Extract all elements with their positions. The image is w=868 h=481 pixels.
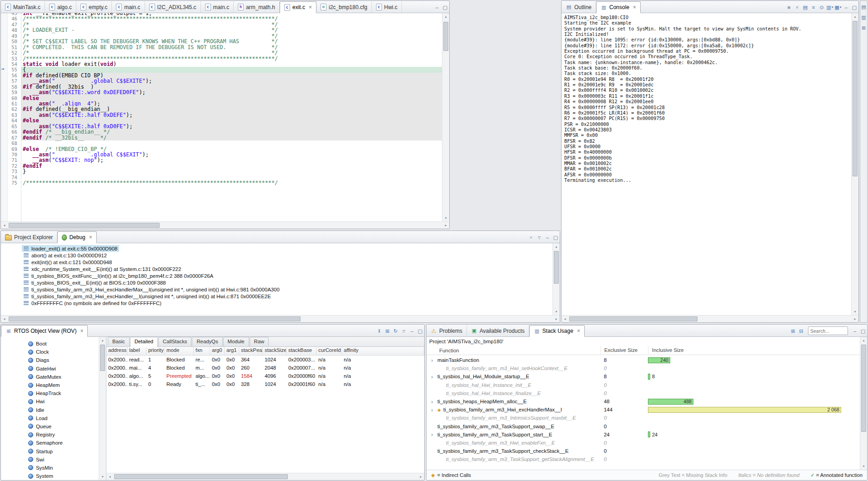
debug-horizontal-scrollbar[interactable]: ◂ ▸: [1, 315, 560, 322]
rov-tree-item-gatemutex[interactable]: GateMutex: [1, 373, 99, 381]
rov-tree-item-gatehwi[interactable]: GateHwi: [1, 365, 99, 373]
scroll-thumb[interactable]: [554, 251, 559, 284]
column-priority[interactable]: priority: [146, 347, 165, 355]
rov-detail-tab-basic[interactable]: Basic: [108, 337, 130, 346]
maximize-icon[interactable]: ▢: [859, 327, 867, 335]
stack-frame[interactable]: abort() at exit.c:130 0x0000D912: [1, 252, 552, 259]
scroll-right-icon[interactable]: ▸: [852, 316, 858, 322]
scroll-thumb[interactable]: [9, 223, 160, 228]
scroll-thumb[interactable]: [853, 21, 858, 176]
scroll-right-icon[interactable]: ▸: [417, 473, 424, 480]
stack-search-input[interactable]: [808, 326, 848, 335]
console-vertical-scrollbar[interactable]: ▴ ▾: [851, 13, 858, 315]
stack-usage-row[interactable]: ti_sysbios_family_arm_m3_IntrinsicsSuppo…: [426, 414, 860, 422]
expand-chevron-icon[interactable]: ›: [431, 357, 437, 363]
restore-minimized-view-icon[interactable]: ⊞: [861, 25, 867, 31]
maximize-icon[interactable]: ▢: [441, 3, 449, 11]
expand-chevron-icon[interactable]: ›: [431, 407, 437, 413]
rov-tree-item-swi[interactable]: Swi: [1, 456, 99, 464]
expand-chevron-icon[interactable]: ›: [431, 399, 437, 405]
editor-tab-hwi-c[interactable]: cHwi.c: [372, 1, 402, 13]
rov-detail-tab-callstacks[interactable]: CallStacks: [158, 337, 191, 346]
scroll-down-icon[interactable]: ▾: [860, 463, 867, 470]
rov-tree-item-load[interactable]: Load: [1, 414, 99, 422]
minimize-icon[interactable]: –: [851, 327, 859, 335]
editor-vertical-scrollbar[interactable]: ▴ ▾: [442, 13, 449, 221]
console-horizontal-scrollbar[interactable]: ◂ ▸: [562, 315, 858, 322]
remove-launch-icon[interactable]: ×: [793, 3, 801, 11]
scroll-thumb[interactable]: [443, 22, 448, 51]
pin-console-icon[interactable]: ⊙: [818, 3, 826, 11]
view-tab-console[interactable]: ▥Console×: [596, 1, 641, 13]
scroll-right-icon[interactable]: ▸: [442, 222, 449, 229]
stack-usage-row[interactable]: ti_sysbios_family_arm_m3_Hwi_setHookCont…: [426, 364, 860, 372]
editor-tab-empty-c[interactable]: cempty.c: [76, 1, 112, 13]
maximize-icon[interactable]: ▢: [850, 3, 858, 11]
stack-frame[interactable]: ti_sysbios_family_arm_m3_Hwi_excHandlerM…: [1, 286, 552, 293]
rov-tree-item-sysmin[interactable]: SysMin: [1, 464, 99, 472]
view-tab-outline[interactable]: ▤Outline: [562, 1, 596, 13]
minimize-icon[interactable]: –: [408, 327, 416, 335]
stack-usage-row[interactable]: ›ti_sysbios_heaps_HeapMem_alloc__E48488: [426, 397, 860, 406]
expand-chevron-icon[interactable]: ›: [431, 431, 437, 437]
close-icon[interactable]: ×: [89, 235, 92, 240]
scroll-thumb[interactable]: [100, 345, 105, 371]
stack-usage-row[interactable]: ti_sysbios_family_arm_m3_Hwi_enableFxn__…: [426, 439, 860, 447]
scroll-left-icon[interactable]: ◂: [1, 316, 8, 322]
column-function[interactable]: Function: [426, 348, 600, 353]
close-icon[interactable]: ×: [577, 328, 580, 334]
scroll-up-icon[interactable]: ▴: [442, 13, 449, 20]
close-icon[interactable]: ×: [633, 5, 636, 10]
scroll-right-icon[interactable]: ▸: [553, 316, 560, 322]
rov-table-horizontal-scrollbar[interactable]: ◂ ▸: [106, 473, 424, 480]
rov-tree-scrollbar[interactable]: ▴ ▾: [99, 337, 106, 480]
minimize-icon[interactable]: –: [842, 3, 850, 11]
editor-tab-i2c-bmp180-cfg[interactable]: ⚙i2c_bmp180.cfg: [316, 1, 372, 13]
stack-frame[interactable]: ti_sysbios_family_arm_m3_Hwi_excHandler_…: [1, 293, 552, 300]
editor-tab-maintask-c[interactable]: cMainTask.c: [1, 1, 45, 13]
column-stackbase[interactable]: stackBase: [286, 347, 316, 355]
view-menu-icon[interactable]: ▽: [400, 327, 408, 335]
stack-usage-row[interactable]: ti_sysbios_hal_Hwi_Instance_init__E0: [426, 381, 860, 389]
task-row[interactable]: 0x2000...algo...5Preemptedalgo...0x00x01…: [106, 372, 424, 380]
stack-usage-row[interactable]: ti_sysbios_family_arm_m3_TaskSupport_che…: [426, 447, 860, 455]
stack-vertical-scrollbar[interactable]: ▴ ▾: [860, 337, 867, 470]
collapse-all-icon[interactable]: ⊟: [797, 327, 805, 335]
stack-usage-row[interactable]: ti_sysbios_hal_Hwi_Instance_finalize__E0: [426, 389, 860, 397]
column-inclusive-size[interactable]: Inclusive Size: [648, 346, 860, 355]
scroll-down-icon[interactable]: ▾: [852, 308, 858, 315]
task-row[interactable]: 0x2000...ti.sy...0Readyti_...0x00x032810…: [106, 380, 424, 388]
scroll-down-icon[interactable]: ▾: [99, 473, 106, 480]
rov-detail-tab-readyqs[interactable]: ReadyQs: [192, 337, 222, 346]
open-console-icon[interactable]: ▦▾: [834, 3, 842, 11]
scroll-left-icon[interactable]: ◂: [106, 473, 113, 480]
stack-frame[interactable]: loader_exit() at exit.c:55 0x0000D908: [1, 245, 552, 252]
view-tab-problems[interactable]: ⚠Problems: [426, 325, 467, 336]
suspend-icon[interactable]: ‖: [375, 327, 383, 335]
rov-tree-item-semaphore[interactable]: Semaphore: [1, 439, 99, 447]
rov-tree-item-idle[interactable]: Idle: [1, 406, 99, 414]
stack-usage-row[interactable]: ›ti_sysbios_family_arm_m3_TaskSupport_st…: [426, 431, 860, 439]
maximize-icon[interactable]: ▢: [552, 233, 560, 241]
rov-tree-item-boot[interactable]: Boot: [1, 340, 99, 348]
scroll-thumb[interactable]: [861, 345, 866, 432]
rov-tree-item-registry[interactable]: Registry: [1, 431, 99, 439]
table-view-icon[interactable]: ⊞: [383, 327, 391, 335]
stack-frame[interactable]: exit(int)() at exit.c:121 0x0000D948: [1, 259, 552, 266]
stack-usage-row[interactable]: ›ti_sysbios_hal_Hwi_Module_startup__E88: [426, 372, 860, 381]
rov-tree-item-diags[interactable]: Diags: [1, 356, 99, 364]
code-editor[interactable]: 45int __TI_enable_exit_profile_output = …: [1, 13, 442, 221]
stack-usage-row[interactable]: ›mainTaskFunction8240: [426, 356, 860, 364]
maximize-icon[interactable]: ▢: [416, 327, 424, 335]
scroll-down-icon[interactable]: ▾: [442, 215, 449, 221]
scroll-up-icon[interactable]: ▴: [553, 243, 560, 250]
stack-frame[interactable]: ti_sysbios_BIOS_exit__E(int)() at BIOS.c…: [1, 279, 552, 286]
column-stacksize[interactable]: stackSize: [263, 347, 286, 355]
terminate-icon[interactable]: ■: [785, 3, 793, 11]
editor-tab-arm-math-h[interactable]: harm_math.h: [234, 1, 280, 13]
debug-vertical-scrollbar[interactable]: ▴ ▾: [552, 243, 560, 315]
editor-tab-algo-c[interactable]: calgo.c: [45, 1, 76, 13]
editor-tab-i2c-adxl345-c[interactable]: cI2C_ADXL345.c: [145, 1, 201, 13]
rov-detail-tab-raw[interactable]: Raw: [250, 337, 269, 346]
expand-all-icon[interactable]: ⊞: [789, 327, 797, 335]
